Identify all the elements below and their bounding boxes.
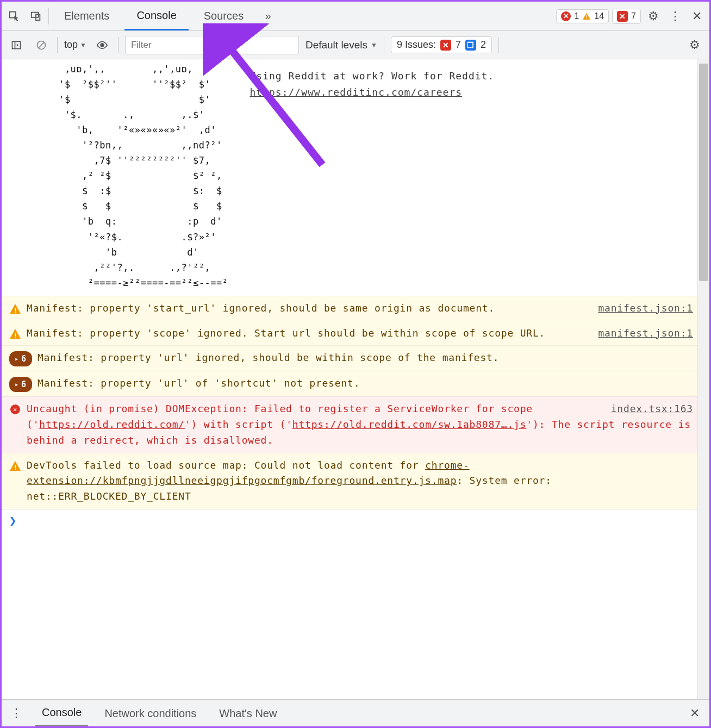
message-text: Manifest: property 'url' ignored, should… bbox=[38, 350, 693, 366]
tab-console[interactable]: Console bbox=[124, 2, 188, 30]
ascii-art: ,uɒ,',, ,,',uɒ, '$ ²$$²'' ''²$$² $' '$ $… bbox=[18, 61, 228, 290]
clear-console-icon[interactable] bbox=[32, 36, 51, 54]
console-message: 6Manifest: property 'url' ignored, shoul… bbox=[2, 345, 709, 371]
issues-error-count: 7 bbox=[456, 39, 461, 51]
message-text: Manifest: property 'url' of 'shortcut' n… bbox=[38, 376, 693, 391]
console-prompt[interactable]: ❯ bbox=[2, 509, 709, 532]
drawer-tab-whats-new[interactable]: What's New bbox=[213, 700, 283, 726]
divider bbox=[48, 8, 49, 24]
message-source-link[interactable]: index.tsx:163 bbox=[611, 401, 693, 417]
console-settings-gear-icon[interactable]: ⚙ bbox=[685, 36, 704, 54]
warning-icon bbox=[9, 303, 21, 315]
error-icon: ✕ bbox=[561, 11, 571, 21]
warning-icon bbox=[583, 13, 590, 20]
console-message: ✕index.tsx:163Uncaught (in promise) DOME… bbox=[2, 396, 709, 452]
kebab-menu-icon[interactable]: ⋮ bbox=[666, 7, 684, 26]
messages-icon: ✕ bbox=[617, 11, 628, 22]
messages-count: 7 bbox=[631, 11, 636, 21]
warning-count: 14 bbox=[594, 11, 604, 21]
drawer-tab-console[interactable]: Console bbox=[35, 700, 88, 726]
svg-line-6 bbox=[39, 42, 44, 48]
message-text: manifest.json:1Manifest: property 'start… bbox=[27, 301, 693, 316]
divider bbox=[57, 37, 58, 53]
drawer-kebab-icon[interactable]: ⋮ bbox=[7, 704, 26, 723]
message-source-link[interactable]: manifest.json:1 bbox=[598, 326, 693, 341]
scrollbar[interactable] bbox=[697, 59, 709, 699]
console-toolbar: top ▼ Default levels ▼ 9 Issues: ✕ 7 ❐ 2… bbox=[2, 31, 709, 59]
console-message: 6Manifest: property 'url' of 'shortcut' … bbox=[2, 371, 709, 396]
message-text: index.tsx:163Uncaught (in promise) DOMEx… bbox=[27, 401, 693, 448]
repeat-count-badge[interactable]: 6 bbox=[9, 377, 32, 392]
toggle-sidebar-icon[interactable] bbox=[7, 36, 26, 54]
console-log-ascii: ,uɒ,',, ,,',uɒ, '$ ²$$²'' ''²$$² $' '$ $… bbox=[2, 59, 709, 296]
divider bbox=[498, 37, 499, 53]
context-label: top bbox=[64, 39, 78, 51]
ascii-caption: Using Reddit at work? Work for Reddit. bbox=[250, 68, 693, 84]
message-source-link[interactable]: manifest.json:1 bbox=[598, 301, 693, 316]
repeat-count-badge[interactable]: 6 bbox=[9, 351, 32, 366]
issues-chip[interactable]: 9 Issues: ✕ 7 ❐ 2 bbox=[391, 36, 492, 53]
svg-point-7 bbox=[101, 43, 104, 47]
console-filter-input[interactable] bbox=[125, 36, 299, 54]
warning-icon bbox=[9, 460, 21, 472]
tab-sources[interactable]: Sources bbox=[192, 2, 255, 30]
inspect-element-icon[interactable] bbox=[5, 7, 23, 26]
drawer-close-icon[interactable]: ✕ bbox=[685, 704, 704, 723]
devtools-drawer: ⋮ Console Network conditions What's New … bbox=[2, 699, 709, 726]
careers-link[interactable]: https://www.redditinc.com/careers bbox=[250, 86, 462, 98]
error-icon: ✕ bbox=[9, 403, 21, 415]
settings-gear-icon[interactable]: ⚙ bbox=[644, 7, 663, 26]
console-message: manifest.json:1Manifest: property 'start… bbox=[2, 296, 709, 321]
messages-count-chip[interactable]: ✕ 7 bbox=[612, 9, 641, 24]
device-toolbar-icon[interactable] bbox=[27, 7, 45, 26]
drawer-tab-network-conditions[interactable]: Network conditions bbox=[98, 700, 203, 726]
scrollbar-thumb[interactable] bbox=[699, 64, 708, 281]
chevron-down-icon: ▼ bbox=[371, 41, 377, 49]
execution-context-selector[interactable]: top ▼ bbox=[64, 39, 86, 51]
log-level-selector[interactable]: Default levels ▼ bbox=[305, 39, 377, 51]
console-message: manifest.json:1Manifest: property 'scope… bbox=[2, 321, 709, 346]
message-text: DevTools failed to load source map: Coul… bbox=[27, 458, 693, 505]
error-count: 1 bbox=[574, 11, 579, 21]
issues-info-icon: ❐ bbox=[465, 40, 476, 51]
issues-error-icon: ✕ bbox=[440, 40, 451, 51]
close-devtools-icon[interactable]: ✕ bbox=[688, 7, 706, 26]
issues-label: 9 Issues: bbox=[397, 39, 436, 51]
message-text: manifest.json:1Manifest: property 'scope… bbox=[27, 326, 693, 341]
devtools-main-tabs: Elements Console Sources » ✕ 1 14 ✕ 7 ⚙ … bbox=[2, 2, 709, 31]
more-tabs-chevron-icon[interactable]: » bbox=[259, 7, 277, 26]
tab-elements[interactable]: Elements bbox=[52, 2, 121, 30]
divider bbox=[384, 37, 384, 53]
level-label: Default levels bbox=[305, 39, 367, 51]
divider bbox=[118, 37, 118, 53]
warning-icon bbox=[9, 328, 21, 340]
svg-rect-3 bbox=[13, 41, 21, 48]
error-warning-counts[interactable]: ✕ 1 14 bbox=[556, 9, 609, 23]
issues-info-count: 2 bbox=[481, 39, 486, 51]
console-output: ,uɒ,',, ,,',uɒ, '$ ²$$²'' ''²$$² $' '$ $… bbox=[2, 59, 709, 699]
live-expression-eye-icon[interactable] bbox=[93, 36, 111, 54]
console-message: DevTools failed to load source map: Coul… bbox=[2, 453, 709, 509]
chevron-down-icon: ▼ bbox=[80, 41, 86, 49]
